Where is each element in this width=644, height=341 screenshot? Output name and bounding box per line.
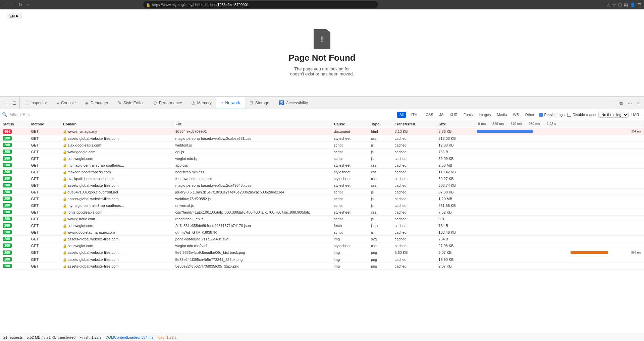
table-row[interactable]: 200 GET 🔒mymagic-central.s3-ap-southeas.… xyxy=(0,202,644,209)
timeline-cell xyxy=(474,149,644,155)
table-row[interactable]: 200 GET 🔒cdn.weglot.com weglot.min.js sc… xyxy=(0,155,644,162)
col-method[interactable]: Method xyxy=(29,120,60,128)
status-badge: 200 xyxy=(3,183,12,187)
refresh-button[interactable]: ↻ xyxy=(17,2,23,8)
method-cell: GET xyxy=(29,242,60,249)
status-badge: 200 xyxy=(3,150,12,154)
filter-html[interactable]: HTML xyxy=(407,112,422,118)
col-status[interactable]: Status xyxy=(0,120,29,128)
tab-style-editor[interactable]: ✎ Style Editor xyxy=(113,97,149,109)
table-row[interactable]: 200 GET 🔒assets-global.website-files.com… xyxy=(0,195,644,202)
col-file[interactable]: File xyxy=(173,120,331,128)
table-row[interactable]: 404 GET 🔒www.mymagic.my 10364fexc5709901… xyxy=(0,128,644,135)
table-row[interactable]: 200 GET 🔒maxcdn.bootstrapcdn.com bootstr… xyxy=(0,169,644,175)
table-row[interactable]: 200 GET 🔒assets-global.website-files.com… xyxy=(0,249,644,256)
status-badge: 200 xyxy=(3,223,12,228)
method-cell: GET xyxy=(29,209,60,216)
address-bar[interactable]: 🔒 https://www.mymagic.my/chubo-kitchen/1… xyxy=(143,1,378,8)
table-row[interactable]: 200 GET 🔒cdn.weglot.com 2d7a561e355de694… xyxy=(0,222,644,229)
col-type[interactable]: Type xyxy=(368,120,392,128)
type-cell: svg xyxy=(368,236,392,242)
col-size[interactable]: Size xyxy=(436,120,474,128)
tab-memory[interactable]: ◎ Memory xyxy=(187,97,216,109)
table-row[interactable]: 200 GET 🔒ajax.googleapis.com webfont.js … xyxy=(0,142,644,149)
tab-inspector[interactable]: ⬚ Inspector xyxy=(20,97,52,109)
status-cell: 200 xyxy=(0,249,29,256)
bookmark-icon[interactable]: ☆ xyxy=(612,2,616,7)
filter-ws[interactable]: WS xyxy=(510,112,522,118)
table-row[interactable]: 200 GET 🔒fonts.googleapis.com css?family… xyxy=(0,209,644,216)
table-row[interactable]: 200 GET 🔒mymagic-central.s3-ap-southeas.… xyxy=(0,162,644,169)
table-row[interactable]: 200 GET 🔒cdn.weglot.com weglot.min.css?v… xyxy=(0,242,644,249)
timeline-cell xyxy=(474,242,644,249)
pocket-icon[interactable]: ◁ xyxy=(607,2,610,7)
extensions-icon[interactable]: ⋯ xyxy=(600,2,605,7)
type-cell: js xyxy=(368,195,392,202)
menu-icon[interactable]: ☰ xyxy=(637,2,641,7)
devtools-close-icon[interactable]: ✕ xyxy=(635,100,642,107)
filter-css[interactable]: CSS xyxy=(423,112,436,118)
browser-nav-buttons: ← → ↻ ⌂ xyxy=(3,2,31,8)
cause-cell: fetch xyxy=(331,222,368,229)
table-row[interactable]: 200 GET 🔒d3e54v103j8qbb.cloudfront.net j… xyxy=(0,189,644,195)
dom-content-loaded[interactable]: DOMContentLoaded: 534 ms xyxy=(105,335,153,339)
domain-cell: 🔒maxcdn.bootstrapcdn.com xyxy=(60,169,172,175)
table-row[interactable]: 200 GET 🔒assets-global.website-files.com… xyxy=(0,135,644,142)
disable-cache-option[interactable]: Disable cache xyxy=(567,113,596,117)
table-row[interactable]: 200 GET 🔒www.googletagmanager.com gtm.js… xyxy=(0,229,644,236)
tab-debugger[interactable]: ◈ Debugger xyxy=(80,97,113,109)
table-row[interactable]: 200 GET 🔒stackpath.bootstrapcdn.com font… xyxy=(0,175,644,182)
col-timeline[interactable]: 0 ms320 ms640 ms960 ms1.28 s xyxy=(474,120,644,128)
table-row[interactable]: 200 GET 🔒assets-global.website-files.com… xyxy=(0,263,644,270)
sidebars-icon[interactable]: ▤ xyxy=(624,2,628,7)
table-row[interactable]: 200 GET 🔒assets-global.website-files.com… xyxy=(0,182,644,189)
back-button[interactable]: ← xyxy=(3,2,9,8)
filter-urls-input[interactable] xyxy=(9,112,393,117)
persist-logs-checkbox[interactable] xyxy=(539,113,543,117)
col-domain[interactable]: Domain xyxy=(60,120,172,128)
table-row[interactable]: 200 GET 🔒assets-global.website-files.com… xyxy=(0,236,644,242)
transferred-cell: cached xyxy=(392,169,436,175)
table-row[interactable]: 200 GET 🔒www.gstatic.com recaptcha__en.j… xyxy=(0,216,644,222)
status-cell: 200 xyxy=(0,175,29,182)
har-button[interactable]: HAR ↓ xyxy=(631,113,642,117)
tab-performance[interactable]: ◷ Performance xyxy=(149,97,187,109)
network-table-container[interactable]: Status Method Domain File Cause Type Tra… xyxy=(0,120,644,333)
status-badge: 200 xyxy=(3,257,12,262)
tab-storage[interactable]: ⊟ Storage xyxy=(245,97,274,109)
col-transferred[interactable]: Transferred xyxy=(392,120,436,128)
filter-other[interactable]: Other xyxy=(522,112,537,118)
devtools-more-icon[interactable]: ⋯ xyxy=(626,100,633,107)
status-badge: 200 xyxy=(3,264,12,268)
throttle-select[interactable]: No throttling Fast 3G Slow 3G Offline xyxy=(598,112,629,118)
filter-images[interactable]: Images xyxy=(476,112,493,118)
filter-media[interactable]: Media xyxy=(494,112,509,118)
filter-fonts[interactable]: Fonts xyxy=(461,112,476,118)
element-picker-icon[interactable]: ⬚ xyxy=(1,99,9,107)
load-time[interactable]: load: 1.22 s xyxy=(158,335,177,339)
domain-cell: 🔒cdn.weglot.com xyxy=(60,222,172,229)
home-button[interactable]: ⌂ xyxy=(25,2,31,8)
filter-js[interactable]: JS xyxy=(437,112,446,118)
reader-icon[interactable]: ⊞ xyxy=(618,2,622,7)
devtools-undock-icon[interactable]: ⧉ xyxy=(617,100,625,107)
responsive-design-icon[interactable]: ☰ xyxy=(10,99,18,107)
tab-console[interactable]: ≡ Console xyxy=(52,97,80,109)
size-cell: 0 B xyxy=(436,216,474,222)
profile-icon[interactable]: 👤 xyxy=(630,2,635,7)
table-row[interactable]: 200 GET 🔒assets-global.website-files.com… xyxy=(0,256,644,263)
filter-xhr[interactable]: XHR xyxy=(447,112,460,118)
timeline-cell xyxy=(474,189,644,195)
persist-logs-option[interactable]: Persist Logs xyxy=(539,113,565,117)
filter-all[interactable]: All xyxy=(397,112,406,118)
col-cause[interactable]: Cause xyxy=(331,120,368,128)
tab-accessibility[interactable]: ♿ Accessibility xyxy=(274,97,313,109)
language-button[interactable]: EN ▶ xyxy=(7,13,21,19)
disable-cache-checkbox[interactable] xyxy=(567,113,571,117)
tab-network[interactable]: ↕ Network xyxy=(216,97,245,109)
forward-button[interactable]: → xyxy=(10,2,16,8)
timeline-header: 0 ms320 ms640 ms960 ms1.28 s xyxy=(477,121,641,126)
table-row[interactable]: 200 GET 🔒www.google.com api.js script js… xyxy=(0,149,644,155)
domain-cell: 🔒assets-global.website-files.com xyxy=(60,256,172,263)
network-status-bar: 21 requests 5.52 MB / 8.71 KB transferre… xyxy=(0,333,644,341)
